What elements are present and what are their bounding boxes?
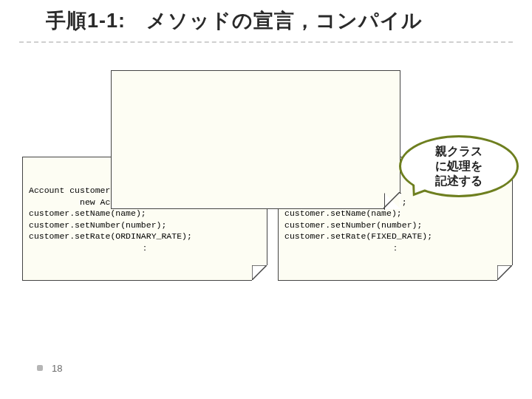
code-line: Account customer = [29, 185, 120, 195]
page-number: 18 [52, 363, 62, 374]
code-line: customer.setNumber(number); [284, 220, 422, 230]
slide-title: 手順1-1: メソッドの宣言，コンパイル [46, 7, 423, 34]
svg-line-8 [383, 192, 400, 208]
dogear-icon [252, 265, 267, 280]
page-bullet-icon [37, 365, 43, 371]
ellipsis-bottom: ： [29, 242, 261, 254]
code-line: customer.setName(name); [29, 208, 146, 218]
overlay-box [111, 70, 400, 209]
code-line: customer.setNumber(number); [29, 220, 166, 230]
dogear-icon [497, 265, 512, 280]
code-line: customer.setRate(ORDINARY_RATE); [29, 231, 192, 241]
ellipsis-bottom: ： [284, 242, 506, 254]
dogear-diagonal-icon [383, 192, 400, 208]
slide: 手順1-1: メソッドの宣言，コンパイル ：Account customer =… [0, 0, 532, 399]
code-line: customer.setName(name); [284, 208, 402, 218]
callout-text: 親クラス に処理を 記述する [435, 144, 482, 188]
code-line: customer.setRate(FIXED_RATE); [284, 231, 432, 241]
title-divider [19, 41, 513, 43]
